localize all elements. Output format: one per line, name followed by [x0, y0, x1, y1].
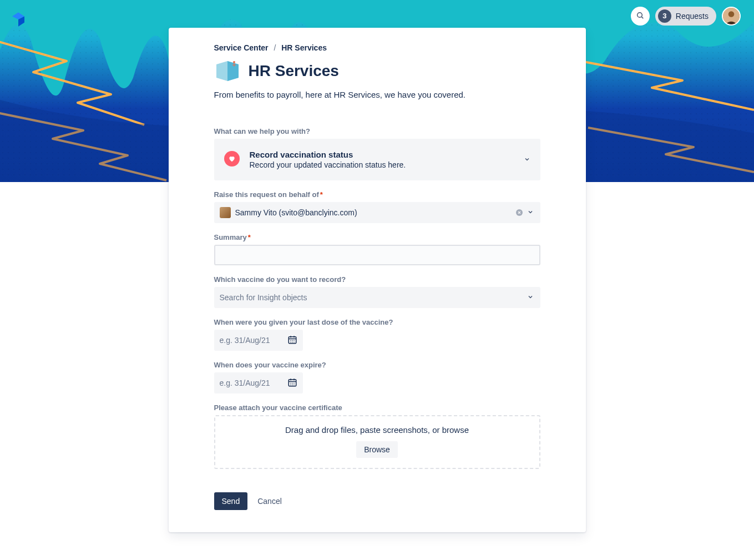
- svg-point-16: [292, 341, 293, 342]
- last-dose-label: When were you given your last dose of th…: [214, 318, 540, 326]
- breadcrumb-current: HR Services: [281, 43, 327, 52]
- last-dose-input[interactable]: [220, 336, 273, 345]
- page-title: HR Services: [249, 62, 339, 80]
- attachment-dropzone[interactable]: Drag and drop files, paste screenshots, …: [214, 415, 540, 469]
- requests-label: Requests: [676, 12, 709, 21]
- on-behalf-selector[interactable]: Sammy Vito (svito@banclyinc.com): [214, 202, 540, 223]
- svg-line-1: [641, 17, 643, 18]
- expires-label: When does your vaccine expire?: [214, 361, 540, 369]
- breadcrumb-separator: /: [270, 43, 279, 52]
- service-hero-icon: [214, 58, 241, 84]
- vaccine-selector[interactable]: Search for Insight objects: [214, 287, 540, 308]
- attach-label: Please attach your vaccine certificate: [214, 403, 540, 412]
- app-logo: [12, 12, 24, 28]
- search-button[interactable]: [631, 7, 650, 26]
- heart-icon: [224, 151, 240, 167]
- svg-point-24: [293, 382, 295, 384]
- vaccine-placeholder: Search for Insight objects: [220, 293, 526, 302]
- cancel-button[interactable]: Cancel: [257, 497, 282, 506]
- svg-point-0: [637, 12, 642, 17]
- topbar: 3 Requests: [631, 7, 741, 26]
- browse-button[interactable]: Browse: [356, 441, 398, 458]
- breadcrumb: Service Center / HR Services: [214, 43, 540, 52]
- request-type-selector[interactable]: Record vaccination status Record your up…: [214, 139, 540, 180]
- svg-point-26: [292, 384, 293, 385]
- request-type-title: Record vaccination status: [250, 150, 406, 159]
- send-button[interactable]: Send: [214, 492, 248, 510]
- last-dose-date-field[interactable]: [214, 330, 303, 351]
- requests-button[interactable]: 3 Requests: [655, 7, 716, 26]
- summary-label: Summary*: [214, 233, 540, 241]
- requests-count-badge: 3: [658, 9, 671, 23]
- clear-icon[interactable]: [515, 208, 524, 217]
- on-behalf-value: Sammy Vito (svito@banclyinc.com): [235, 208, 515, 217]
- chevron-down-icon: [524, 155, 530, 164]
- dropzone-text: Drag and drop files, paste screenshots, …: [221, 425, 534, 435]
- chevron-down-icon: [526, 208, 535, 217]
- page-subtitle: From benefits to payroll, here at HR Ser…: [214, 90, 540, 99]
- user-avatar[interactable]: [722, 7, 741, 26]
- svg-point-3: [728, 11, 735, 17]
- form-card: Service Center / HR Services HR Services…: [169, 28, 586, 532]
- help-with-label: What can we help you with?: [214, 127, 540, 135]
- vaccine-label: Which vaccine do you want to record?: [214, 275, 540, 284]
- search-icon: [636, 11, 645, 22]
- svg-point-27: [293, 384, 295, 385]
- breadcrumb-root[interactable]: Service Center: [214, 43, 269, 52]
- on-behalf-label: Raise this request on behalf of*: [214, 190, 540, 199]
- svg-point-14: [293, 340, 295, 341]
- svg-point-13: [292, 340, 293, 341]
- summary-input[interactable]: [214, 245, 540, 265]
- svg-point-25: [290, 384, 291, 385]
- calendar-icon[interactable]: [287, 377, 297, 389]
- expires-input[interactable]: [220, 379, 273, 387]
- svg-point-4: [233, 61, 235, 63]
- on-behalf-avatar: [220, 207, 231, 218]
- svg-point-22: [290, 382, 291, 384]
- svg-point-23: [292, 382, 293, 384]
- expires-date-field[interactable]: [214, 372, 303, 393]
- calendar-icon[interactable]: [287, 335, 297, 346]
- svg-point-15: [290, 341, 291, 342]
- chevron-down-icon: [526, 293, 535, 302]
- svg-point-12: [290, 340, 291, 341]
- request-type-desc: Record your updated vaccination status h…: [250, 160, 406, 169]
- svg-point-17: [293, 341, 295, 342]
